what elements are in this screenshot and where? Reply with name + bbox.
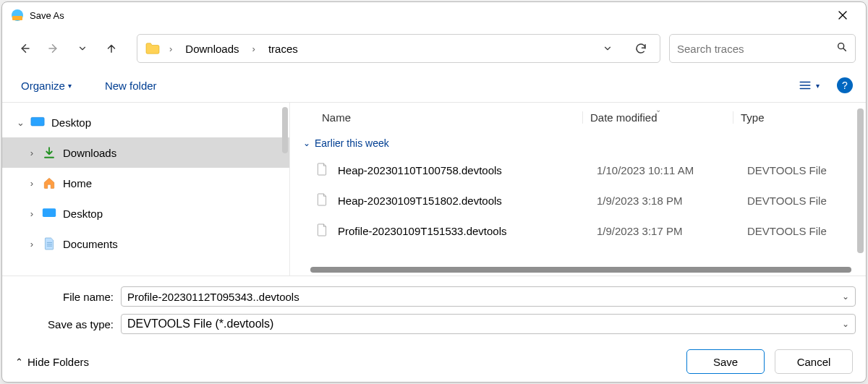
refresh-button[interactable]: [628, 35, 654, 61]
cancel-button[interactable]: Cancel: [775, 349, 853, 374]
column-header-type[interactable]: Type: [733, 111, 866, 124]
search-input[interactable]: [677, 43, 830, 55]
recent-locations-button[interactable]: [70, 36, 95, 61]
titlebar: Save As: [2, 2, 866, 28]
file-group-header[interactable]: ⌄ Earlier this week: [290, 132, 866, 155]
navigation-tree: ⌄ Desktop › Downloads › Home: [2, 103, 290, 276]
file-name-field-wrapper: ⌄: [121, 286, 856, 307]
nav-row: › Downloads › traces: [2, 28, 866, 69]
dialog-footer: ⌃ Hide Folders Save Cancel: [2, 341, 866, 382]
chevron-down-icon: ⌄: [842, 319, 849, 329]
folder-icon: [145, 42, 161, 55]
svg-point-2: [838, 43, 844, 49]
documents-icon: [41, 236, 57, 252]
caret-down-icon: ▾: [816, 82, 820, 90]
chevron-right-icon[interactable]: ›: [25, 239, 38, 249]
svg-rect-3: [31, 117, 44, 126]
file-row[interactable]: Profile-20230109T151533.devtools 1/9/202…: [290, 216, 866, 246]
desktop-icon: [41, 205, 57, 221]
chevron-right-icon: ›: [168, 43, 174, 54]
caret-down-icon: ▾: [68, 82, 72, 90]
file-name-label: File name:: [12, 291, 121, 303]
home-icon: [41, 175, 57, 191]
tree-item-documents[interactable]: › Documents: [2, 229, 289, 259]
tree-item-desktop-root[interactable]: ⌄ Desktop: [2, 107, 289, 137]
help-button[interactable]: ?: [837, 77, 853, 93]
chevron-right-icon[interactable]: ›: [25, 208, 38, 219]
chevron-right-icon[interactable]: ›: [25, 178, 38, 189]
save-button[interactable]: Save: [686, 349, 765, 374]
file-list-pane: Name ⌄ Date modified Type ⌄ Earlier this…: [290, 103, 866, 276]
organize-menu[interactable]: Organize ▾: [15, 75, 77, 96]
file-row[interactable]: Heap-20230110T100758.devtools 1/10/2023 …: [290, 155, 866, 185]
list-scrollbar-vertical[interactable]: [857, 108, 864, 253]
close-button[interactable]: [827, 4, 859, 26]
file-row[interactable]: Heap-20230109T151802.devtools 1/9/2023 3…: [290, 185, 866, 216]
save-type-label: Save as type:: [12, 318, 121, 330]
svg-rect-1: [12, 16, 22, 20]
file-name-input[interactable]: [127, 291, 849, 303]
file-name-history-button[interactable]: ⌄: [842, 291, 849, 302]
file-icon: [316, 192, 329, 208]
chevron-right-icon: ›: [251, 43, 257, 54]
chevron-down-icon[interactable]: ⌄: [14, 117, 27, 128]
column-header-date[interactable]: ⌄ Date modified: [582, 111, 733, 124]
address-bar[interactable]: › Downloads › traces: [137, 34, 660, 63]
file-icon: [316, 223, 329, 239]
tree-scrollbar[interactable]: [282, 107, 288, 153]
search-box[interactable]: [669, 34, 856, 63]
breadcrumb-item[interactable]: Downloads: [181, 40, 243, 58]
sort-indicator-icon: ⌄: [655, 106, 661, 114]
desktop-icon: [30, 114, 46, 130]
new-folder-button[interactable]: New folder: [99, 75, 163, 96]
download-icon: [41, 145, 57, 161]
command-bar: Organize ▾ New folder ▾ ?: [2, 69, 866, 102]
tree-item-home[interactable]: › Home: [2, 168, 289, 198]
chevron-right-icon[interactable]: ›: [25, 148, 38, 158]
file-fields: File name: ⌄ Save as type: DEVTOOLS File…: [2, 276, 866, 341]
list-scrollbar-horizontal[interactable]: [310, 267, 851, 273]
search-icon[interactable]: [836, 41, 848, 56]
app-icon: [11, 9, 24, 22]
file-icon: [316, 162, 329, 178]
breadcrumb-item[interactable]: traces: [264, 40, 302, 58]
up-button[interactable]: [99, 36, 124, 61]
view-options-button[interactable]: ▾: [793, 76, 825, 95]
save-as-dialog: Save As › Downloads: [1, 1, 867, 383]
save-type-combo[interactable]: DEVTOOLS File (*.devtools) ⌄: [121, 314, 856, 334]
hide-folders-toggle[interactable]: ⌃ Hide Folders: [15, 356, 89, 368]
address-history-button[interactable]: [595, 35, 621, 61]
svg-rect-5: [43, 208, 56, 217]
tree-item-desktop[interactable]: › Desktop: [2, 198, 289, 229]
forward-button[interactable]: [41, 36, 66, 61]
chevron-down-icon: ⌄: [303, 138, 310, 148]
column-header-name[interactable]: Name: [316, 111, 582, 124]
back-button[interactable]: [12, 36, 37, 61]
tree-item-downloads[interactable]: › Downloads: [2, 137, 289, 168]
window-title: Save As: [30, 10, 64, 21]
chevron-up-icon: ⌃: [15, 357, 23, 367]
column-headers: Name ⌄ Date modified Type: [290, 103, 866, 132]
